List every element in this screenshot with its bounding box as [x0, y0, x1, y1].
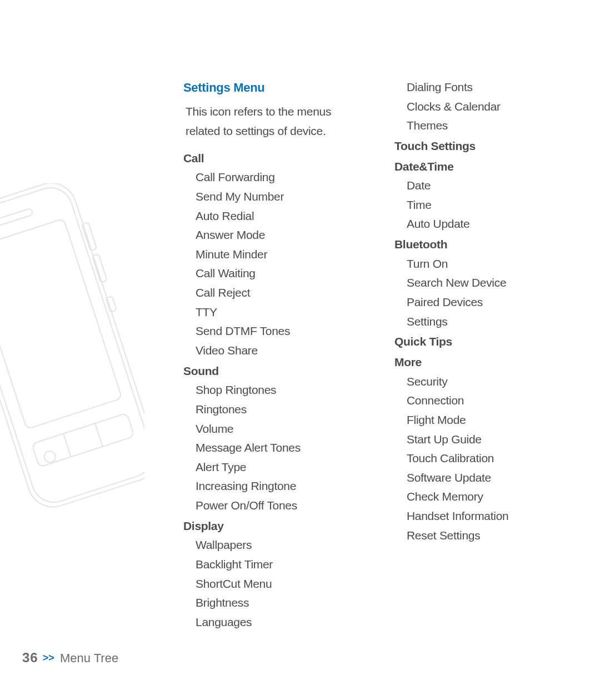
menu-item: Volume [183, 419, 356, 439]
menu-item: Search New Device [394, 273, 567, 293]
menu-item: Minute Minder [183, 245, 356, 264]
menu-category: Display [183, 517, 356, 536]
menu-item: Brightness [183, 593, 356, 613]
menu-item: Send My Number [183, 187, 356, 207]
svg-rect-3 [0, 218, 122, 429]
menu-item: Increasing Ringtone [183, 477, 356, 496]
menu-category: Call [183, 149, 356, 168]
menu-item: Auto Update [394, 214, 567, 234]
menu-category: Bluetooth [394, 235, 567, 254]
menu-item: Call Reject [183, 283, 356, 303]
svg-rect-5 [82, 222, 97, 251]
menu-item: Shop Ringtones [183, 381, 356, 400]
menu-item: Message Alert Tones [183, 438, 356, 458]
footer-section-label: Menu Tree [60, 651, 118, 665]
menu-item: Security [394, 372, 567, 392]
menu-item: Call Forwarding [183, 168, 356, 187]
menu-item: Start Up Guide [394, 430, 567, 449]
menu-item: Flight Mode [394, 411, 567, 430]
section-title: Settings Menu [183, 78, 356, 98]
page-number: 36 [22, 650, 38, 665]
svg-rect-7 [106, 296, 117, 312]
menu-item: Settings [394, 312, 567, 332]
svg-rect-2 [0, 208, 33, 228]
menu-item: Date [394, 176, 567, 196]
menu-item: Check Memory [394, 487, 567, 507]
menu-item: Alert Type [183, 458, 356, 477]
column-left: Settings Menu This icon refers to the me… [183, 78, 356, 633]
menu-item: ShortCut Menu [183, 574, 356, 594]
menu-item: Paired Devices [394, 293, 567, 312]
menu-item: Send DTMF Tones [183, 322, 356, 341]
menu-list-left: CallCall ForwardingSend My NumberAuto Re… [183, 149, 356, 632]
menu-item: Auto Redial [183, 207, 356, 226]
menu-item: Power On/Off Tones [183, 496, 356, 516]
menu-item: Connection [394, 391, 567, 411]
menu-item: Clocks & Calendar [394, 97, 567, 117]
menu-item: Ringtones [183, 400, 356, 419]
menu-item: Backlight Timer [183, 555, 356, 574]
menu-item: Time [394, 196, 567, 215]
menu-item: Wallpapers [183, 536, 356, 555]
menu-category: Date&Time [394, 157, 567, 177]
menu-category: More [394, 353, 567, 372]
menu-item: Touch Calibration [394, 449, 567, 468]
menu-item: TTY [183, 303, 356, 322]
menu-item: Software Update [394, 468, 567, 488]
column-right: Dialing FontsClocks & CalendarThemesTouc… [394, 78, 567, 633]
svg-rect-6 [92, 254, 107, 282]
page-footer: 36 >> Menu Tree [22, 650, 118, 666]
content-area: Settings Menu This icon refers to the me… [183, 78, 567, 633]
menu-item: Languages [183, 613, 356, 632]
menu-item: Handset Information [394, 507, 567, 526]
menu-list-right: Dialing FontsClocks & CalendarThemesTouc… [394, 78, 567, 545]
chevron-right-icon: >> [43, 652, 54, 663]
menu-item: Call Waiting [183, 264, 356, 283]
section-intro: This icon refers to the menus related to… [186, 102, 341, 141]
menu-item: Dialing Fonts [394, 78, 567, 97]
menu-item: Answer Mode [183, 226, 356, 245]
menu-category: Sound [183, 362, 356, 381]
menu-item: Video Share [183, 341, 356, 361]
menu-item: Themes [394, 116, 567, 136]
menu-item: Turn On [394, 254, 567, 274]
svg-rect-0 [0, 183, 144, 513]
phone-illustration [0, 183, 144, 528]
svg-rect-1 [0, 183, 144, 508]
menu-item: Reset Settings [394, 526, 567, 546]
menu-category: Quick Tips [394, 332, 567, 352]
svg-rect-4 [32, 413, 134, 467]
menu-category: Touch Settings [394, 137, 567, 156]
